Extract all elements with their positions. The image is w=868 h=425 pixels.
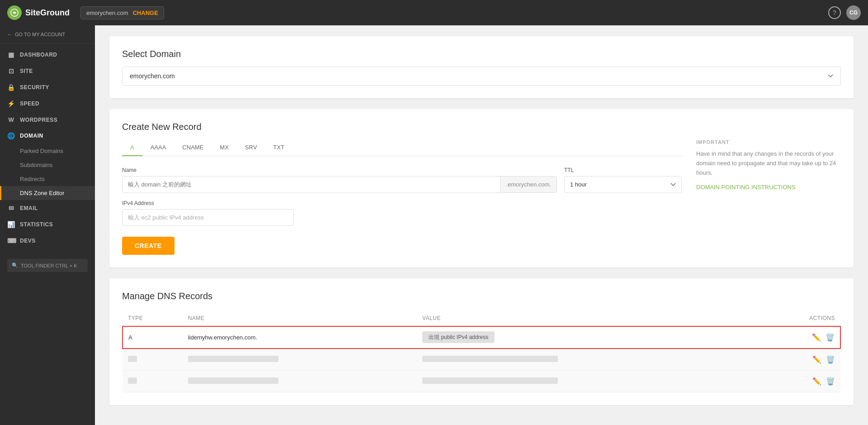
main-content: Select Domain emorychen.com Create New R… bbox=[95, 25, 868, 425]
action-icons: ✏️ 🗑️ bbox=[761, 377, 835, 386]
sidebar-item-parked-domains[interactable]: Parked Domains bbox=[0, 144, 95, 158]
row2-name bbox=[183, 349, 417, 371]
row2-actions: ✏️ 🗑️ bbox=[756, 349, 840, 371]
tab-cname[interactable]: CNAME bbox=[174, 139, 212, 156]
important-panel: IMPORTANT Have in mind that any changes … bbox=[696, 139, 841, 255]
row3-type bbox=[123, 371, 183, 392]
sidebar-item-redirects[interactable]: Redirects bbox=[0, 172, 95, 186]
ttl-select[interactable]: 1 hour 30 minutes 5 minutes 1 day bbox=[564, 176, 682, 193]
row1-name: lidemyhw.emorychen.com. bbox=[183, 326, 417, 349]
edit-icon[interactable]: ✏️ bbox=[812, 333, 821, 342]
name-label: Name bbox=[122, 167, 557, 173]
logo-icon bbox=[7, 5, 22, 20]
row2-value bbox=[417, 349, 756, 371]
row3-name bbox=[183, 371, 417, 392]
dns-table-header: Type Name Value Actions bbox=[123, 310, 840, 326]
create-record-card: Create New Record A AAAA CNAME MX SRV TX… bbox=[109, 109, 854, 267]
sidebar-item-dashboard[interactable]: ▦ DASHBOARD bbox=[0, 47, 95, 63]
back-arrow-icon: ← bbox=[7, 32, 12, 37]
topbar-left: SiteGround emorychen.com CHANGE bbox=[7, 5, 164, 20]
back-to-account[interactable]: ← GO TO MY ACCOUNT bbox=[0, 25, 95, 44]
email-icon: ✉ bbox=[7, 205, 15, 212]
sidebar-item-security[interactable]: 🔒 SECURITY bbox=[0, 79, 95, 96]
name-field-group: Name .emorychen.com. bbox=[122, 167, 557, 193]
name-input[interactable] bbox=[123, 177, 500, 192]
ttl-field-group: TTL 1 hour 30 minutes 5 minutes 1 day bbox=[564, 167, 682, 193]
create-record-title: Create New Record bbox=[122, 122, 841, 132]
sidebar-item-devs[interactable]: ⌨ DEVS bbox=[0, 233, 95, 249]
domain-badge-text: emorychen.com bbox=[86, 10, 128, 16]
ttl-label: TTL bbox=[564, 167, 682, 173]
delete-icon[interactable]: 🗑️ bbox=[826, 333, 835, 342]
change-button[interactable]: CHANGE bbox=[132, 10, 158, 16]
sidebar-section: ▦ DASHBOARD ⊡ SITE 🔒 SECURITY ⚡ SPEED W … bbox=[0, 44, 95, 252]
tab-a[interactable]: A bbox=[122, 139, 142, 156]
create-button[interactable]: CREATE bbox=[122, 237, 175, 255]
ipv4-label: IPv4 Address bbox=[122, 200, 682, 206]
table-row: A lidemyhw.emorychen.com. 出現 public IPv4… bbox=[123, 326, 840, 349]
sidebar-item-domain[interactable]: 🌐 DOMAIN bbox=[0, 128, 95, 144]
avatar[interactable]: CG bbox=[846, 5, 861, 20]
sidebar-item-dns-zone-editor[interactable]: DNS Zone Editor bbox=[0, 186, 95, 200]
topbar: SiteGround emorychen.com CHANGE ? CG bbox=[0, 0, 868, 25]
name-suffix: .emorychen.com. bbox=[500, 177, 557, 192]
table-row: ✏️ 🗑️ bbox=[123, 349, 840, 371]
ipv4-field-group: IPv4 Address bbox=[122, 200, 682, 226]
important-title: IMPORTANT bbox=[696, 139, 841, 145]
tab-txt[interactable]: TXT bbox=[265, 139, 292, 156]
manage-dns-title: Manage DNS Records bbox=[122, 291, 841, 301]
speed-icon: ⚡ bbox=[7, 100, 15, 107]
logo: SiteGround bbox=[7, 5, 70, 20]
edit-icon[interactable]: ✏️ bbox=[812, 355, 821, 364]
row3-value bbox=[417, 371, 756, 392]
row1-value: 出現 public IPv4 address bbox=[417, 326, 756, 349]
important-text: Have in mind that any changes in the rec… bbox=[696, 149, 841, 177]
sidebar-item-wordpress[interactable]: W WORDPRESS bbox=[0, 112, 95, 128]
tool-finder[interactable]: 🔍 TOOL FINDER CTRL + K bbox=[7, 259, 88, 272]
create-form: A AAAA CNAME MX SRV TXT Name .e bbox=[122, 139, 682, 255]
col-actions: Actions bbox=[756, 310, 840, 326]
sidebar-item-email[interactable]: ✉ EMAIL bbox=[0, 200, 95, 216]
statistics-icon: 📊 bbox=[7, 221, 15, 228]
manage-dns-card: Manage DNS Records Type Name Value Actio… bbox=[109, 278, 854, 405]
name-ttl-row: Name .emorychen.com. TTL 1 hour 30 minut… bbox=[122, 167, 682, 193]
dns-table-body: A lidemyhw.emorychen.com. 出現 public IPv4… bbox=[123, 326, 840, 392]
value-badge: 出現 public IPv4 address bbox=[422, 331, 495, 343]
domain-select[interactable]: emorychen.com bbox=[122, 67, 841, 86]
edit-icon[interactable]: ✏️ bbox=[812, 377, 821, 386]
select-domain-title: Select Domain bbox=[122, 49, 841, 59]
dashboard-icon: ▦ bbox=[7, 51, 15, 58]
domain-badge[interactable]: emorychen.com CHANGE bbox=[80, 6, 164, 19]
row1-type: A bbox=[123, 326, 183, 349]
table-row: ✏️ 🗑️ bbox=[123, 371, 840, 392]
wordpress-icon: W bbox=[7, 116, 15, 123]
dns-table: Type Name Value Actions A lidemyhw.emory… bbox=[122, 310, 841, 392]
delete-icon[interactable]: 🗑️ bbox=[826, 355, 835, 364]
name-input-wrapper: .emorychen.com. bbox=[122, 176, 557, 193]
site-icon: ⊡ bbox=[7, 67, 15, 75]
row1-actions: ✏️ 🗑️ bbox=[756, 326, 840, 349]
sidebar-item-statistics[interactable]: 📊 STATISTICS bbox=[0, 216, 95, 233]
tab-srv[interactable]: SRV bbox=[237, 139, 265, 156]
search-icon: 🔍 bbox=[12, 263, 18, 268]
ipv4-input[interactable] bbox=[122, 209, 294, 226]
sidebar-sub-domain: Parked Domains Subdomains Redirects DNS … bbox=[0, 144, 95, 200]
row3-actions: ✏️ 🗑️ bbox=[756, 371, 840, 392]
action-icons: ✏️ 🗑️ bbox=[761, 333, 835, 342]
domain-pointing-link[interactable]: DOMAIN POINTING INSTRUCTIONS bbox=[696, 184, 796, 191]
security-icon: 🔒 bbox=[7, 84, 15, 91]
sidebar: ← GO TO MY ACCOUNT ▦ DASHBOARD ⊡ SITE 🔒 … bbox=[0, 25, 95, 425]
sidebar-item-subdomains[interactable]: Subdomains bbox=[0, 158, 95, 172]
devs-icon: ⌨ bbox=[7, 237, 15, 244]
logo-text: SiteGround bbox=[25, 8, 70, 18]
select-domain-card: Select Domain emorychen.com bbox=[109, 36, 854, 98]
action-icons: ✏️ 🗑️ bbox=[761, 355, 835, 364]
tab-mx[interactable]: MX bbox=[212, 139, 237, 156]
col-value: Value bbox=[417, 310, 756, 326]
sidebar-item-speed[interactable]: ⚡ SPEED bbox=[0, 96, 95, 112]
delete-icon[interactable]: 🗑️ bbox=[826, 377, 835, 386]
row2-type bbox=[123, 349, 183, 371]
help-button[interactable]: ? bbox=[828, 6, 841, 19]
sidebar-item-site[interactable]: ⊡ SITE bbox=[0, 63, 95, 79]
tab-aaaa[interactable]: AAAA bbox=[142, 139, 175, 156]
